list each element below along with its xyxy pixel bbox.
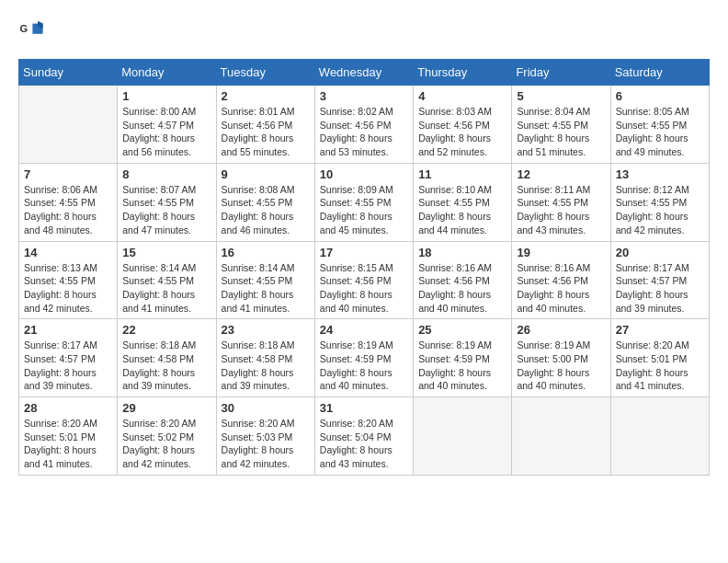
day-number: 2 (222, 89, 310, 103)
calendar-cell: 29Sunrise: 8:20 AMSunset: 5:02 PMDayligh… (118, 397, 216, 476)
day-info: Sunrise: 8:15 AMSunset: 4:56 PMDaylight:… (320, 261, 408, 316)
day-info: Sunrise: 8:17 AMSunset: 4:57 PMDaylight:… (616, 261, 704, 316)
day-number: 9 (222, 167, 310, 181)
day-info: Sunrise: 8:08 AMSunset: 4:55 PMDaylight:… (222, 183, 310, 237)
calendar-cell: 11Sunrise: 8:10 AMSunset: 4:55 PMDayligh… (414, 163, 512, 241)
day-info: Sunrise: 8:13 AMSunset: 4:55 PMDaylight:… (24, 261, 112, 316)
header-thursday: Thursday (414, 60, 512, 86)
day-info: Sunrise: 8:18 AMSunset: 4:58 PMDaylight:… (222, 339, 310, 393)
day-number: 16 (222, 246, 310, 259)
day-number: 6 (616, 89, 704, 103)
calendar-cell (414, 397, 512, 476)
calendar-week-row: 7Sunrise: 8:06 AMSunset: 4:55 PMDaylight… (19, 163, 710, 241)
calendar-cell: 7Sunrise: 8:06 AMSunset: 4:55 PMDaylight… (19, 163, 118, 241)
calendar-cell: 24Sunrise: 8:19 AMSunset: 4:59 PMDayligh… (314, 319, 413, 397)
day-number: 29 (122, 401, 210, 415)
day-info: Sunrise: 8:01 AMSunset: 4:56 PMDaylight:… (222, 105, 310, 159)
day-number: 8 (122, 167, 210, 181)
calendar-cell: 22Sunrise: 8:18 AMSunset: 4:58 PMDayligh… (118, 319, 216, 397)
calendar-cell: 12Sunrise: 8:11 AMSunset: 4:55 PMDayligh… (512, 163, 610, 241)
header-sunday: Sunday (19, 60, 118, 86)
calendar-week-row: 21Sunrise: 8:17 AMSunset: 4:57 PMDayligh… (19, 319, 710, 397)
day-number: 1 (122, 89, 210, 103)
calendar-cell: 3Sunrise: 8:02 AMSunset: 4:56 PMDaylight… (314, 86, 413, 164)
day-info: Sunrise: 8:16 AMSunset: 4:56 PMDaylight:… (418, 261, 506, 316)
day-number: 24 (320, 323, 408, 337)
svg-text:G: G (19, 23, 28, 34)
logo-icon: G (18, 18, 44, 44)
day-info: Sunrise: 8:20 AMSunset: 5:01 PMDaylight:… (616, 339, 704, 393)
calendar-cell: 15Sunrise: 8:14 AMSunset: 4:55 PMDayligh… (118, 241, 216, 319)
day-info: Sunrise: 8:19 AMSunset: 5:00 PMDaylight:… (517, 339, 605, 393)
day-number: 26 (517, 323, 605, 337)
header-saturday: Saturday (610, 60, 709, 86)
day-info: Sunrise: 8:04 AMSunset: 4:55 PMDaylight:… (517, 105, 605, 159)
calendar-cell (610, 397, 709, 476)
logo: G (18, 18, 48, 44)
calendar-week-row: 14Sunrise: 8:13 AMSunset: 4:55 PMDayligh… (19, 241, 710, 319)
calendar-header-row: Sunday Monday Tuesday Wednesday Thursday… (19, 60, 710, 86)
calendar-cell: 14Sunrise: 8:13 AMSunset: 4:55 PMDayligh… (19, 241, 118, 319)
day-info: Sunrise: 8:11 AMSunset: 4:55 PMDaylight:… (517, 183, 605, 237)
calendar-cell (512, 397, 610, 476)
day-number: 11 (418, 167, 506, 181)
page-header: G (18, 18, 710, 44)
day-number: 18 (418, 246, 506, 259)
day-info: Sunrise: 8:18 AMSunset: 4:58 PMDaylight:… (122, 339, 210, 393)
day-info: Sunrise: 8:07 AMSunset: 4:55 PMDaylight:… (122, 183, 210, 237)
calendar-week-row: 28Sunrise: 8:20 AMSunset: 5:01 PMDayligh… (19, 397, 710, 476)
day-number: 30 (222, 401, 310, 415)
day-number: 31 (320, 401, 408, 415)
calendar-cell: 6Sunrise: 8:05 AMSunset: 4:55 PMDaylight… (610, 86, 709, 164)
day-info: Sunrise: 8:19 AMSunset: 4:59 PMDaylight:… (418, 339, 506, 393)
day-info: Sunrise: 8:19 AMSunset: 4:59 PMDaylight:… (320, 339, 408, 393)
day-number: 5 (517, 89, 605, 103)
calendar-cell: 27Sunrise: 8:20 AMSunset: 5:01 PMDayligh… (610, 319, 709, 397)
day-number: 21 (24, 323, 112, 337)
calendar-cell: 28Sunrise: 8:20 AMSunset: 5:01 PMDayligh… (19, 397, 118, 476)
calendar-cell: 1Sunrise: 8:00 AMSunset: 4:57 PMDaylight… (118, 86, 216, 164)
day-number: 17 (320, 246, 408, 259)
calendar-cell: 21Sunrise: 8:17 AMSunset: 4:57 PMDayligh… (19, 319, 118, 397)
calendar-cell: 25Sunrise: 8:19 AMSunset: 4:59 PMDayligh… (414, 319, 512, 397)
calendar-cell: 9Sunrise: 8:08 AMSunset: 4:55 PMDaylight… (216, 163, 314, 241)
day-info: Sunrise: 8:06 AMSunset: 4:55 PMDaylight:… (24, 183, 112, 237)
day-number: 22 (122, 323, 210, 337)
calendar-cell: 19Sunrise: 8:16 AMSunset: 4:56 PMDayligh… (512, 241, 610, 319)
calendar-cell: 23Sunrise: 8:18 AMSunset: 4:58 PMDayligh… (216, 319, 314, 397)
calendar-cell: 26Sunrise: 8:19 AMSunset: 5:00 PMDayligh… (512, 319, 610, 397)
calendar-cell: 13Sunrise: 8:12 AMSunset: 4:55 PMDayligh… (610, 163, 709, 241)
day-number: 15 (122, 246, 210, 259)
day-info: Sunrise: 8:09 AMSunset: 4:55 PMDaylight:… (320, 183, 408, 237)
day-info: Sunrise: 8:20 AMSunset: 5:03 PMDaylight:… (222, 417, 310, 471)
day-info: Sunrise: 8:10 AMSunset: 4:55 PMDaylight:… (418, 183, 506, 237)
day-info: Sunrise: 8:02 AMSunset: 4:56 PMDaylight:… (320, 105, 408, 159)
calendar-cell: 31Sunrise: 8:20 AMSunset: 5:04 PMDayligh… (314, 397, 413, 476)
calendar-cell: 30Sunrise: 8:20 AMSunset: 5:03 PMDayligh… (216, 397, 314, 476)
day-info: Sunrise: 8:00 AMSunset: 4:57 PMDaylight:… (122, 105, 210, 159)
day-info: Sunrise: 8:03 AMSunset: 4:56 PMDaylight:… (418, 105, 506, 159)
calendar-cell: 10Sunrise: 8:09 AMSunset: 4:55 PMDayligh… (314, 163, 413, 241)
header-tuesday: Tuesday (216, 60, 314, 86)
day-number: 10 (320, 167, 408, 181)
calendar-cell: 17Sunrise: 8:15 AMSunset: 4:56 PMDayligh… (314, 241, 413, 319)
day-number: 14 (24, 246, 112, 259)
day-info: Sunrise: 8:20 AMSunset: 5:01 PMDaylight:… (24, 417, 112, 471)
day-number: 19 (517, 246, 605, 259)
day-info: Sunrise: 8:17 AMSunset: 4:57 PMDaylight:… (24, 339, 112, 393)
calendar-table: Sunday Monday Tuesday Wednesday Thursday… (18, 59, 710, 476)
day-number: 23 (222, 323, 310, 337)
header-friday: Friday (512, 60, 610, 86)
day-number: 27 (616, 323, 704, 337)
day-number: 13 (616, 167, 704, 181)
day-info: Sunrise: 8:14 AMSunset: 4:55 PMDaylight:… (222, 261, 310, 316)
calendar-cell: 20Sunrise: 8:17 AMSunset: 4:57 PMDayligh… (610, 241, 709, 319)
calendar-cell (19, 86, 118, 164)
day-info: Sunrise: 8:14 AMSunset: 4:55 PMDaylight:… (122, 261, 210, 316)
day-number: 3 (320, 89, 408, 103)
day-number: 7 (24, 167, 112, 181)
day-number: 12 (517, 167, 605, 181)
calendar-cell: 2Sunrise: 8:01 AMSunset: 4:56 PMDaylight… (216, 86, 314, 164)
calendar-cell: 16Sunrise: 8:14 AMSunset: 4:55 PMDayligh… (216, 241, 314, 319)
day-info: Sunrise: 8:20 AMSunset: 5:02 PMDaylight:… (122, 417, 210, 471)
